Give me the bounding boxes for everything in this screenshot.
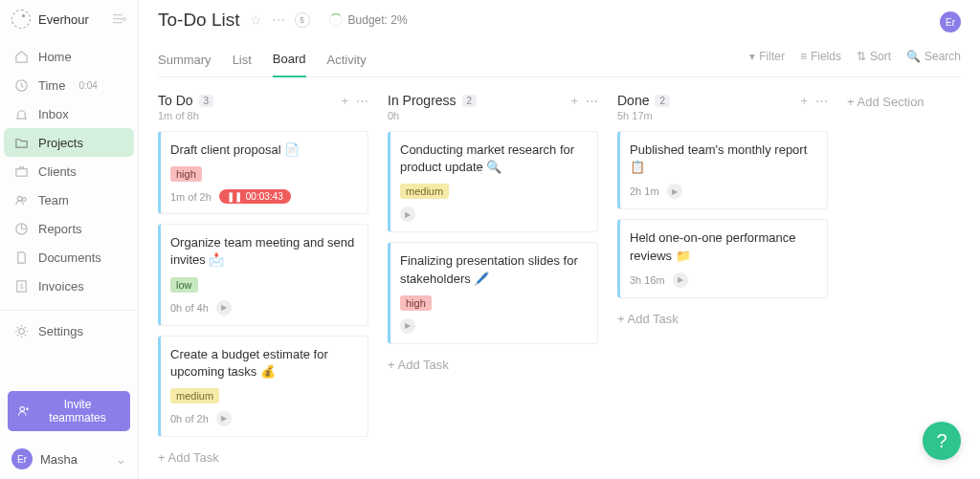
- sidebar-item-clients[interactable]: Clients: [0, 157, 138, 185]
- column-subtitle: 1m of 8h: [158, 110, 368, 121]
- task-card[interactable]: Published team's monthly report 📋 2h 1m …: [617, 131, 828, 209]
- fields-button[interactable]: ≡Fields: [800, 50, 841, 63]
- sidebar: Everhour Home Time 0:04 Inbox Projects C…: [0, 0, 139, 479]
- play-icon[interactable]: ▶: [400, 318, 415, 334]
- tabs: Summary List Board Activity ▾Filter ≡Fie…: [158, 44, 961, 77]
- sidebar-item-projects[interactable]: Projects: [4, 128, 134, 157]
- add-task-button[interactable]: + Add Task: [617, 308, 828, 330]
- briefcase-icon: [13, 163, 29, 179]
- priority-tag: medium: [400, 184, 449, 199]
- task-card[interactable]: Conducting market research for product u…: [388, 131, 598, 232]
- nav-label: Inbox: [38, 107, 69, 121]
- fields-icon: ≡: [800, 50, 807, 63]
- question-icon: ?: [936, 430, 947, 452]
- sidebar-item-reports[interactable]: Reports: [0, 214, 138, 243]
- toolbar: ▾Filter ≡Fields ⇅Sort 🔍Search: [749, 50, 961, 71]
- column-subtitle: 0h: [388, 110, 598, 121]
- running-timer[interactable]: ❚❚ 00:03:43: [219, 189, 291, 204]
- user-plus-icon: [17, 405, 29, 417]
- task-card[interactable]: Finalizing presentation slides for stake…: [388, 242, 598, 343]
- invoice-icon: $: [13, 278, 29, 294]
- sidebar-item-home[interactable]: Home: [0, 42, 138, 71]
- collapse-icon[interactable]: [113, 13, 126, 25]
- count-badge: 2: [462, 95, 478, 107]
- sidebar-item-inbox[interactable]: Inbox: [0, 99, 138, 128]
- user-menu[interactable]: Er Masha ⌄: [0, 439, 138, 479]
- svg-text:$: $: [19, 283, 23, 290]
- column-more-icon[interactable]: ⋯: [586, 94, 598, 108]
- sort-button[interactable]: ⇅Sort: [857, 50, 891, 63]
- filter-button[interactable]: ▾Filter: [749, 50, 785, 63]
- bell-icon: [13, 106, 29, 121]
- column-more-icon[interactable]: ⋯: [815, 94, 828, 108]
- svg-point-7: [22, 197, 26, 201]
- column-title: In Progress: [388, 93, 457, 108]
- task-card[interactable]: Create a budget estimate for upcoming ta…: [158, 336, 368, 437]
- budget-indicator[interactable]: Budget: 2%: [329, 13, 408, 27]
- play-icon[interactable]: ▶: [673, 272, 688, 288]
- main: Er To-Do List ☆ ⋯ $ Budget: 2% Summary L…: [139, 0, 980, 479]
- team-icon: [13, 192, 29, 207]
- search-button[interactable]: 🔍Search: [906, 50, 961, 63]
- time-meta: 0h of 4h: [170, 302, 209, 314]
- svg-point-11: [18, 328, 24, 334]
- svg-point-3: [123, 18, 126, 21]
- header: To-Do List ☆ ⋯ $ Budget: 2% Summary List…: [139, 0, 980, 77]
- sidebar-item-settings[interactable]: Settings: [0, 316, 138, 345]
- add-task-button[interactable]: + Add Task: [388, 354, 598, 376]
- time-meta: 1m of 2h: [170, 191, 212, 203]
- card-title: Published team's monthly report 📋: [630, 142, 817, 176]
- svg-rect-2: [113, 22, 122, 23]
- add-card-icon[interactable]: +: [341, 94, 348, 108]
- star-icon[interactable]: ☆: [250, 12, 262, 28]
- nav-label: Home: [38, 50, 72, 64]
- nav-label: Settings: [38, 324, 83, 338]
- task-card[interactable]: Organize team meeting and send invites 📩…: [158, 224, 368, 325]
- time-meta: 3h 16m: [630, 274, 665, 286]
- task-card[interactable]: Held one-on-one performance reviews 📁 3h…: [617, 219, 828, 297]
- column-more-icon[interactable]: ⋯: [356, 94, 368, 108]
- tab-activity[interactable]: Activity: [327, 45, 367, 76]
- tab-summary[interactable]: Summary: [158, 45, 212, 76]
- tab-list[interactable]: List: [233, 45, 252, 76]
- sidebar-item-invoices[interactable]: $ Invoices: [0, 272, 138, 300]
- budget-label: Budget: 2%: [348, 13, 408, 27]
- add-task-button[interactable]: + Add Task: [158, 446, 368, 468]
- nav-label: Time: [38, 78, 65, 93]
- invite-teammates-button[interactable]: Invite teammates: [8, 391, 130, 431]
- count-badge: 3: [199, 95, 214, 107]
- folder-icon: [13, 135, 29, 150]
- add-section-button[interactable]: + Add Section: [847, 95, 924, 109]
- sidebar-header: Everhour: [0, 0, 138, 38]
- priority-tag: medium: [170, 388, 219, 403]
- sidebar-item-time[interactable]: Time 0:04: [0, 71, 138, 99]
- nav-label: Invoices: [38, 279, 84, 294]
- add-card-icon[interactable]: +: [800, 94, 808, 108]
- priority-tag: low: [170, 277, 198, 293]
- board: To Do 3 + ⋯ 1m of 8h Draft client propos…: [139, 77, 980, 479]
- dollar-badge-icon[interactable]: $: [295, 12, 310, 28]
- svg-rect-5: [15, 168, 26, 176]
- brand-name: Everhour: [38, 12, 105, 27]
- add-card-icon[interactable]: +: [570, 94, 578, 108]
- priority-tag: high: [400, 295, 432, 311]
- sidebar-item-documents[interactable]: Documents: [0, 243, 138, 272]
- help-fab[interactable]: ?: [923, 422, 961, 460]
- sidebar-item-team[interactable]: Team: [0, 185, 138, 214]
- time-meta: 0h of 2h: [170, 413, 209, 425]
- task-card[interactable]: Draft client proposal 📄 high 1m of 2h ❚❚…: [158, 131, 368, 214]
- play-icon[interactable]: ▶: [216, 300, 232, 316]
- user-name: Masha: [40, 452, 78, 467]
- play-icon[interactable]: ▶: [216, 411, 232, 426]
- chart-icon: [13, 221, 29, 236]
- card-title: Finalizing presentation slides for stake…: [400, 252, 588, 287]
- tab-board[interactable]: Board: [273, 44, 306, 77]
- column-done: Done 2 + ⋯ 5h 17m Published team's month…: [617, 93, 828, 330]
- priority-tag: high: [170, 166, 202, 182]
- header-avatar[interactable]: Er: [940, 11, 961, 33]
- column-subtitle: 5h 17m: [617, 110, 828, 121]
- page-title: To-Do List: [158, 10, 240, 31]
- more-icon[interactable]: ⋯: [272, 12, 285, 28]
- play-icon[interactable]: ▶: [667, 184, 682, 199]
- play-icon[interactable]: ▶: [400, 207, 415, 222]
